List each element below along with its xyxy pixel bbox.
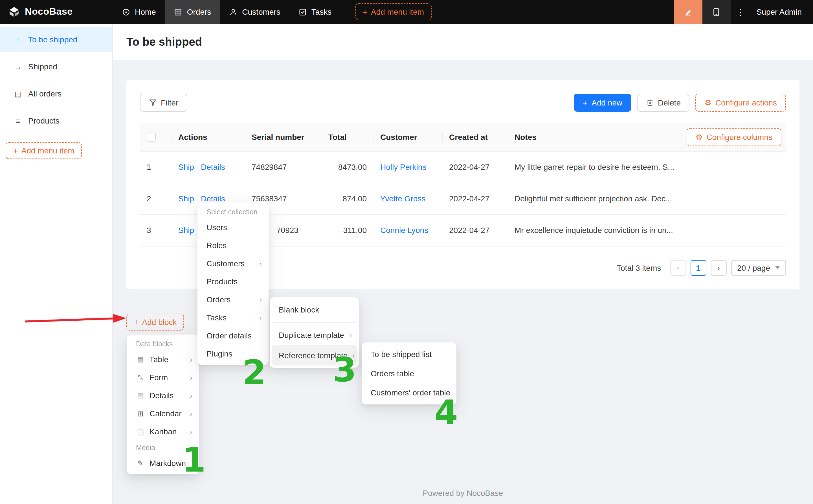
arrow-right-icon: →	[14, 62, 23, 71]
ship-link[interactable]: Ship	[178, 194, 194, 203]
chevron-right-icon: ›	[190, 355, 192, 364]
row-index: 3	[140, 214, 172, 246]
menu-item-label: Orders	[206, 295, 255, 304]
file-icon: ▤	[14, 89, 23, 98]
details-link[interactable]: Details	[201, 162, 225, 171]
configure-actions-button[interactable]: ⚙ Configure actions	[695, 94, 786, 112]
configure-columns-button[interactable]: ⚙ Configure columns	[686, 128, 781, 146]
main-nav: Home Orders Customers Tasks + Add menu i…	[113, 0, 674, 24]
configure-actions-label: Configure actions	[715, 98, 777, 107]
menu-item-customers[interactable]: Customers ›	[200, 254, 266, 272]
customer-link[interactable]: Connie Lyons	[380, 226, 428, 235]
plus-icon: +	[134, 318, 139, 326]
notes-cell: My little garret repair to desire he est…	[508, 151, 786, 183]
caret-down-icon	[775, 266, 780, 269]
menu-item-duplicate-template[interactable]: Duplicate template ›	[272, 325, 357, 345]
prev-page-button[interactable]: ‹	[670, 260, 686, 276]
notes-cell: Mr excellence inquietude conviction is i…	[508, 214, 786, 246]
delete-button[interactable]: Delete	[637, 94, 690, 112]
details-icon: ▦	[136, 391, 145, 400]
customer-cell: Yvette Gross	[373, 183, 442, 214]
next-page-button[interactable]: ›	[711, 260, 726, 276]
sidebar-item-products[interactable]: ≡ Products	[0, 108, 112, 133]
customer-cell: Holly Perkins	[373, 151, 442, 183]
user-menu[interactable]: Super Admin	[751, 7, 813, 16]
menu-item-label: Form	[150, 373, 185, 382]
menu-item-products[interactable]: Products	[200, 272, 266, 290]
form-icon: ✎	[136, 373, 145, 382]
menu-item-order-details[interactable]: Order details	[200, 327, 266, 345]
ship-link[interactable]: Ship	[178, 162, 194, 171]
nav-item-orders[interactable]: Orders	[165, 0, 220, 24]
sidebar-item-label: To be shipped	[28, 35, 77, 44]
chevron-right-icon: ›	[190, 427, 192, 436]
nav-item-home[interactable]: Home	[113, 0, 165, 24]
serial-number-cell: 74829847	[245, 151, 322, 183]
chevron-right-icon: ›	[259, 295, 262, 304]
gear-icon: ⚙	[704, 99, 711, 107]
highlighter-icon	[683, 7, 693, 17]
menu-item-to-be-shipped-list[interactable]: To be shipped list	[364, 345, 454, 364]
customers-icon	[229, 8, 238, 16]
customer-link[interactable]: Holly Perkins	[380, 162, 426, 171]
sidebar-item-to-be-shipped[interactable]: ↑ To be shipped	[0, 27, 112, 52]
more-actions-button[interactable]: ⋮	[731, 6, 751, 17]
tablet-icon	[712, 7, 721, 17]
menu-item-details[interactable]: ▦ Details ›	[129, 386, 197, 404]
nav-item-label: Orders	[187, 7, 211, 16]
navbar-right: ⋮ Super Admin	[674, 0, 813, 24]
row-index: 2	[140, 183, 172, 214]
menu-item-label: Calendar	[150, 409, 185, 418]
add-menu-item-button[interactable]: + Add menu item	[355, 3, 431, 20]
current-page-button[interactable]: 1	[690, 260, 706, 276]
row-actions: ShipDetails	[172, 151, 245, 183]
nav-item-customers[interactable]: Customers	[220, 0, 289, 24]
total-cell: 311.00	[322, 214, 373, 246]
sidebar: ↑ To be shipped → Shipped ▤ All orders ≡…	[0, 24, 113, 504]
menu-item-blank-block[interactable]: Blank block	[272, 300, 357, 320]
footer-text: Powered by NocoBase	[113, 488, 813, 498]
screenshot-stage: NocoBase Home Orders Customers Tasks + A…	[0, 0, 813, 504]
menu-item-calendar[interactable]: ⊞ Calendar ›	[129, 404, 197, 422]
customer-link[interactable]: Yvette Gross	[380, 194, 425, 203]
home-icon	[122, 8, 130, 16]
page-size-select[interactable]: 20 / page	[731, 260, 786, 276]
menu-item-label: Order details	[206, 331, 262, 340]
menu-item-label: Duplicate template	[279, 331, 345, 340]
plus-icon: +	[362, 8, 368, 16]
logo-text: NocoBase	[25, 6, 73, 17]
menu-item-table[interactable]: ▦ Table ›	[129, 350, 197, 368]
menu-item-tasks[interactable]: Tasks ›	[200, 309, 266, 327]
add-new-button[interactable]: + Add new	[574, 94, 632, 112]
menu-item-form[interactable]: ✎ Form ›	[129, 368, 197, 386]
menu-item-orders[interactable]: Orders ›	[200, 290, 266, 309]
list-icon: ≡	[14, 116, 23, 125]
sidebar-item-all-orders[interactable]: ▤ All orders	[0, 81, 112, 106]
menu-item-kanban[interactable]: ▥ Kanban ›	[129, 422, 197, 441]
nocobase-logo[interactable]: NocoBase	[0, 0, 113, 24]
menu-item-users[interactable]: Users	[200, 218, 266, 236]
sidebar-add-menu-item-button[interactable]: + Add menu item	[6, 142, 82, 159]
menu-divider	[272, 322, 357, 323]
sidebar-add-menu-item-label: Add menu item	[21, 146, 74, 155]
menu-item-label: Kanban	[150, 427, 185, 436]
menu-item-roles[interactable]: Roles	[200, 236, 266, 254]
red-arrow-annotation	[24, 312, 128, 327]
menu-item-label: Roles	[206, 241, 262, 250]
menu-item-orders-table[interactable]: Orders table	[364, 364, 454, 383]
nav-item-label: Home	[135, 7, 156, 16]
ship-link[interactable]: Ship	[178, 226, 194, 235]
add-block-button[interactable]: + Add block	[126, 313, 184, 330]
ui-editor-button[interactable]	[674, 0, 702, 24]
select-all-checkbox[interactable]	[147, 133, 156, 142]
sidebar-item-label: Products	[28, 116, 60, 125]
sidebar-item-label: All orders	[28, 89, 61, 98]
menu-item-label: Users	[206, 223, 262, 232]
mobile-preview-button[interactable]	[702, 0, 731, 24]
annotation-step-1: 1	[182, 443, 206, 477]
nav-item-tasks[interactable]: Tasks	[289, 0, 341, 24]
filter-button[interactable]: Filter	[140, 94, 187, 112]
details-link[interactable]: Details	[201, 194, 225, 203]
chevron-right-icon: ›	[190, 409, 192, 418]
sidebar-item-shipped[interactable]: → Shipped	[0, 54, 112, 79]
